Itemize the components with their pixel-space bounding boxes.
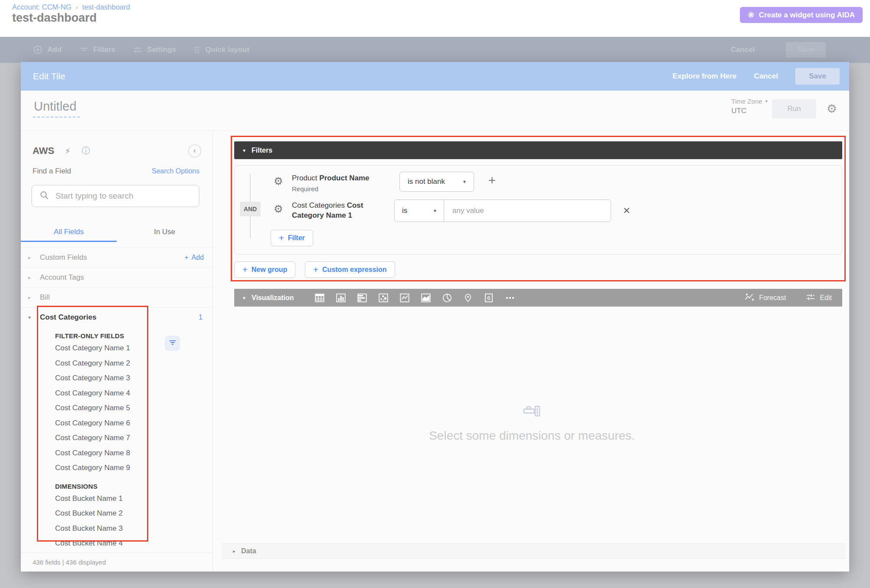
visualization-section-header: ▾ Visualization 6	[234, 289, 842, 307]
toolbar-add-button[interactable]: Add	[33, 45, 62, 55]
edit-tile-modal: Edit Tile Explore from Here Cancel Save …	[21, 62, 849, 572]
gear-icon[interactable]: ⚙	[274, 175, 283, 187]
field-item[interactable]: Cost Category Name 3	[55, 371, 213, 386]
field-prefix: Product	[292, 174, 317, 182]
timezone-selector[interactable]: Time Zone ▾ UTC	[731, 98, 768, 115]
breadcrumb-current[interactable]: test-dashboard	[82, 3, 130, 11]
area-chart-viz-icon[interactable]	[420, 292, 432, 304]
logic-and-badge[interactable]: AND	[240, 202, 261, 216]
filter-only-field-list: Cost Category Name 1Cost Category Name 2…	[55, 341, 213, 476]
connector-row: AWS ⚡ ⓘ ‹	[33, 143, 201, 159]
field-item[interactable]: Cost Category Name 6	[55, 416, 213, 431]
toolbar-settings-button[interactable]: Settings	[133, 45, 176, 55]
add-filter-button[interactable]: + Filter	[271, 230, 313, 246]
toolbar-settings-label: Settings	[147, 46, 176, 54]
sidebar-item-custom-fields[interactable]: ▸ Custom Fields +Add	[21, 247, 213, 267]
gear-icon[interactable]: ⚙	[274, 203, 283, 215]
dashboard-save-button[interactable]: Save	[786, 42, 826, 58]
table-viz-icon[interactable]	[314, 292, 325, 304]
filter-only-fields-header: FILTER-ONLY FIELDS	[55, 332, 213, 341]
sidebar-item-cost-categories[interactable]: ▾ Cost Categories 1	[21, 307, 213, 327]
gear-icon[interactable]: ⚙	[827, 102, 837, 116]
toolbar-add-label: Add	[47, 46, 62, 54]
breadcrumb-separator-icon: ›	[76, 3, 78, 11]
scatter-viz-icon[interactable]	[378, 292, 389, 304]
dashboard-cancel-button[interactable]: Cancel	[731, 46, 755, 54]
flashlight-icon	[523, 405, 542, 419]
breadcrumb: Account: CCM-NG › test-dashboard	[12, 3, 130, 11]
field-item[interactable]: Cost Category Name 4	[55, 386, 213, 401]
field-item[interactable]: Cost Category Name 8	[55, 446, 213, 461]
more-viz-types-icon[interactable]	[504, 292, 516, 304]
map-pin-viz-icon[interactable]	[463, 292, 473, 304]
edit-viz-button[interactable]: Edit	[806, 292, 832, 304]
breadcrumb-account[interactable]: Account: CCM-NG	[12, 3, 72, 11]
explore-from-here-button[interactable]: Explore from Here	[673, 72, 736, 81]
chevron-down-icon: ▾	[765, 98, 768, 104]
field-item[interactable]: Cost Bucket Name 4	[55, 536, 213, 551]
field-filter-toggle[interactable]	[165, 336, 180, 351]
operator-select[interactable]: is ▾	[395, 200, 444, 222]
create-widget-aida-button[interactable]: ❋ Create a widget using AIDA	[740, 7, 863, 23]
chevron-left-icon: ‹	[193, 146, 196, 155]
field-item[interactable]: Cost Bucket Name 1	[55, 491, 213, 506]
filters-section-header[interactable]: ▾ Filters	[234, 141, 842, 159]
run-button[interactable]: Run	[772, 99, 816, 118]
operator-value: is	[402, 206, 407, 215]
bolt-icon[interactable]: ⚡	[65, 146, 70, 156]
horizontal-bar-viz-icon[interactable]	[357, 292, 368, 304]
field-item[interactable]: Cost Category Name 2	[55, 356, 213, 371]
field-item[interactable]: Cost Bucket Name 2	[55, 506, 213, 521]
section-label: Bill	[40, 293, 50, 302]
field-item[interactable]: Cost Bucket Name 3	[55, 521, 213, 536]
pie-chart-viz-icon[interactable]	[442, 292, 453, 304]
chevron-down-icon: ▾	[463, 179, 466, 185]
timezone-label: Time Zone	[731, 98, 762, 105]
query-builder-main: ▾ Filters AND ⚙ Product Product Name Req…	[213, 131, 849, 572]
operator-select[interactable]: is not blank ▾	[399, 172, 474, 192]
page-title: test-dashboard	[12, 11, 97, 25]
collapse-sidebar-button[interactable]: ‹	[188, 144, 201, 157]
new-group-label: New group	[252, 266, 288, 274]
forecast-button[interactable]: Forecast	[744, 292, 786, 304]
line-chart-viz-icon[interactable]	[399, 292, 410, 304]
filters-header-label: Filters	[252, 147, 272, 154]
field-item[interactable]: Cost Category Name 1	[55, 341, 213, 356]
field-tabs: All Fields In Use	[21, 224, 213, 242]
section-label: Account Tags	[40, 273, 84, 282]
sidebar-item-account-tags[interactable]: ▸ Account Tags	[21, 267, 213, 287]
add-custom-field-button[interactable]: +Add	[184, 254, 204, 261]
info-icon[interactable]: ⓘ	[82, 145, 90, 157]
tile-title-input[interactable]: Untitled	[33, 99, 80, 118]
tab-in-use[interactable]: In Use	[117, 224, 213, 242]
visualization-header-label: Visualization	[252, 294, 294, 302]
screen: Account: CCM-NG › test-dashboard test-da…	[0, 0, 870, 588]
field-item[interactable]: Cost Category Name 7	[55, 431, 213, 446]
aida-button-label: Create a widget using AIDA	[759, 11, 855, 20]
field-sections: ▸ Custom Fields +Add ▸ Account Tags ▸ Bi…	[21, 247, 213, 327]
column-chart-viz-icon[interactable]	[335, 292, 347, 304]
visualization-toggle[interactable]: ▾ Visualization	[243, 294, 294, 302]
caret-right-icon: ▸	[28, 255, 40, 261]
field-item[interactable]: Cost Category Name 5	[55, 401, 213, 416]
toolbar-quick-layout-button[interactable]: Quick layout	[193, 46, 249, 54]
new-group-button[interactable]: + New group	[234, 261, 295, 278]
custom-expression-button[interactable]: + Custom expression	[305, 261, 395, 278]
filter-value-input[interactable]	[444, 200, 611, 222]
data-section-header[interactable]: ▸ Data	[222, 543, 846, 559]
single-value-viz-icon[interactable]: 6	[483, 292, 494, 304]
sidebar-item-bill[interactable]: ▸ Bill	[21, 287, 213, 307]
tab-all-fields[interactable]: All Fields	[21, 224, 117, 242]
search-options-link[interactable]: Search Options	[152, 167, 200, 175]
toolbar-filters-button[interactable]: Filters	[79, 45, 115, 55]
circle-plus-icon	[33, 45, 43, 55]
modal-save-button[interactable]: Save	[795, 68, 840, 85]
field-item[interactable]: Cost Category Name 9	[55, 461, 213, 476]
add-condition-button[interactable]: +	[488, 174, 496, 187]
tile-title-row: Untitled Time Zone ▾ UTC Run ⚙	[21, 91, 849, 131]
remove-filter-icon[interactable]: ✕	[623, 206, 631, 216]
modal-cancel-button[interactable]: Cancel	[754, 72, 778, 81]
field-name: Product Name	[319, 174, 369, 182]
find-field-label: Find a Field	[33, 167, 71, 176]
field-search-input[interactable]	[56, 191, 192, 201]
